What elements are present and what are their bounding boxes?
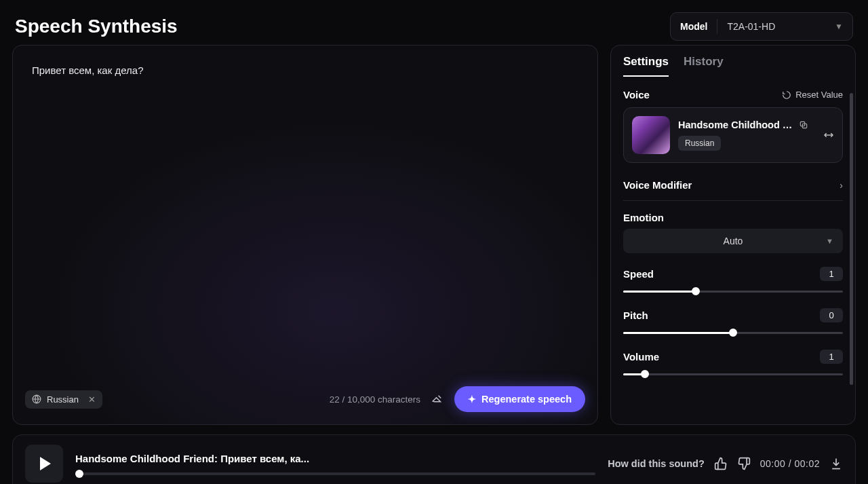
model-label: Model (680, 21, 707, 32)
play-icon (40, 457, 51, 470)
page-title: Speech Synthesis (15, 16, 178, 37)
player-title: Handsome Childhood Friend: Привет всем, … (75, 453, 595, 464)
voice-avatar (632, 116, 670, 154)
speed-slider[interactable] (623, 286, 843, 296)
model-value: T2A-01-HD (727, 21, 825, 32)
volume-value: 1 (820, 350, 843, 364)
chevron-down-icon: ▼ (826, 237, 833, 245)
volume-label: Volume (623, 351, 659, 362)
swap-icon[interactable] (823, 130, 834, 141)
chevron-right-icon: › (840, 180, 843, 191)
reset-icon (782, 90, 791, 100)
pitch-slider[interactable] (623, 328, 843, 337)
clear-button[interactable] (429, 390, 446, 408)
chip-remove-icon[interactable]: ✕ (88, 394, 96, 405)
player-bar: Handsome Childhood Friend: Привет всем, … (12, 434, 856, 484)
download-button[interactable] (829, 457, 843, 470)
progress-slider[interactable] (75, 472, 595, 475)
speed-value: 1 (820, 267, 843, 281)
play-button[interactable] (25, 445, 63, 483)
pitch-value: 0 (820, 308, 843, 322)
voice-language-badge: Russian (678, 136, 721, 151)
thumbs-down-button[interactable] (737, 457, 751, 470)
voice-section-title: Voice (623, 89, 650, 100)
volume-slider[interactable] (623, 369, 843, 379)
scrollbar[interactable] (850, 93, 853, 385)
model-select[interactable]: Model T2A-01-HD ▼ (670, 12, 853, 41)
pitch-label: Pitch (623, 310, 648, 321)
regenerate-button[interactable]: ✦ Regenerate speech (454, 386, 585, 412)
thumbs-up-button[interactable] (714, 457, 728, 470)
globe-icon (32, 394, 41, 404)
sparkle-icon: ✦ (468, 394, 476, 405)
char-count: 22 / 10,000 characters (330, 394, 420, 405)
chevron-down-icon: ▼ (835, 22, 843, 31)
regenerate-label: Regenerate speech (481, 394, 572, 405)
speed-label: Speed (623, 268, 654, 280)
language-chip[interactable]: Russian ✕ (25, 390, 102, 409)
voice-modifier-row[interactable]: Voice Modifier › (623, 172, 843, 201)
editor-panel: Привет всем, как дела? Russian ✕ 22 / 10… (12, 45, 598, 425)
tab-history[interactable]: History (684, 55, 724, 77)
emotion-select[interactable]: Auto ▼ (623, 229, 843, 253)
tab-settings[interactable]: Settings (623, 55, 669, 77)
voice-card[interactable]: Handsome Childhood F… Russian (623, 107, 843, 163)
voice-name: Handsome Childhood F… (678, 119, 793, 130)
feedback-question: How did this sound? (608, 458, 705, 469)
time-display: 00:00 / 00:02 (760, 458, 820, 469)
reset-button[interactable]: Reset Value (782, 90, 843, 100)
emotion-label: Emotion (623, 212, 843, 223)
language-chip-label: Russian (47, 394, 79, 405)
text-input[interactable]: Привет всем, как дела? (13, 45, 597, 377)
copy-icon[interactable] (799, 120, 808, 130)
settings-panel: Settings History Voice Reset Value Hands… (610, 45, 856, 425)
